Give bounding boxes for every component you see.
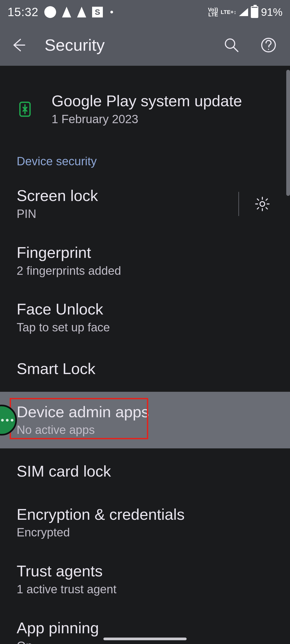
more-dots-icon <box>1 419 13 422</box>
back-arrow-icon <box>10 36 27 54</box>
notif-more-icon <box>110 11 113 13</box>
help-button[interactable] <box>258 34 279 56</box>
row-subtitle: Encrypted <box>17 525 274 540</box>
row-subtitle: PIN <box>17 207 233 221</box>
row-title: Face Unlock <box>17 300 274 318</box>
row-play-system-update[interactable]: Google Play system update 1 February 202… <box>0 76 290 142</box>
battery-icon <box>251 6 258 18</box>
section-header-device-security: Device security <box>0 142 290 175</box>
svg-point-4 <box>260 202 265 206</box>
row-title: Device admin apps <box>17 403 274 421</box>
gesture-nav-handle[interactable] <box>103 638 187 640</box>
row-subtitle: 2 fingerprints added <box>17 264 274 278</box>
row-encryption-credentials[interactable]: Encryption & credentials Encrypted <box>0 494 290 551</box>
row-title: SIM card lock <box>17 462 274 480</box>
row-title: Fingerprint <box>17 244 274 262</box>
status-right: Vo)) LTE LTE+↕ 91% <box>208 6 282 18</box>
row-sim-card-lock[interactable]: SIM card lock <box>0 448 290 494</box>
row-title: Smart Lock <box>17 360 274 378</box>
row-subtitle: 1 February 2023 <box>52 112 274 126</box>
lte-icon: LTE+↕ <box>221 10 236 14</box>
row-title: Screen lock <box>17 187 233 205</box>
gear-icon <box>254 196 270 212</box>
row-screen-lock[interactable]: Screen lock PIN <box>0 175 290 232</box>
page-title: Security <box>45 35 205 54</box>
notif-app-letter: S <box>95 8 100 17</box>
notif-send1-icon <box>62 7 71 17</box>
status-bar: 15:32 S Vo)) LTE LTE+↕ 91% <box>0 0 290 24</box>
volte-icon: Vo)) LTE <box>208 7 218 17</box>
row-subtitle: No active apps <box>17 423 274 437</box>
row-face-unlock[interactable]: Face Unlock Tap to set up face <box>0 289 290 346</box>
search-button[interactable] <box>221 34 242 56</box>
row-subtitle: 1 active trust agent <box>17 582 274 597</box>
battery-percent: 91% <box>261 6 282 18</box>
back-button[interactable] <box>8 34 29 56</box>
row-title: App pinning <box>17 619 274 637</box>
row-device-admin-apps[interactable]: Device admin apps No active apps <box>0 392 290 448</box>
divider <box>238 192 239 216</box>
row-title: Trust agents <box>17 562 274 580</box>
row-trust-agents[interactable]: Trust agents 1 active trust agent <box>0 551 290 608</box>
row-smart-lock[interactable]: Smart Lock <box>0 346 290 392</box>
row-subtitle: Tap to set up face <box>17 320 274 335</box>
signal-icon <box>239 8 248 16</box>
content: Google Play system update 1 February 202… <box>0 66 290 644</box>
svg-point-2 <box>268 49 269 50</box>
row-title: Encryption & credentials <box>17 506 274 524</box>
help-icon <box>260 36 277 54</box>
status-left: 15:32 S <box>8 5 113 19</box>
notif-app-icon: S <box>92 7 103 17</box>
notif-send2-icon <box>77 7 86 17</box>
app-bar: Security <box>0 24 290 66</box>
system-update-icon <box>16 100 34 118</box>
row-fingerprint[interactable]: Fingerprint 2 fingerprints added <box>0 232 290 289</box>
status-clock: 15:32 <box>8 5 38 19</box>
row-title: Google Play system update <box>52 92 274 110</box>
search-icon <box>223 36 240 54</box>
notif-circle-icon <box>44 6 56 18</box>
scrollbar[interactable] <box>286 70 290 196</box>
screen-lock-settings-button[interactable] <box>251 196 274 212</box>
